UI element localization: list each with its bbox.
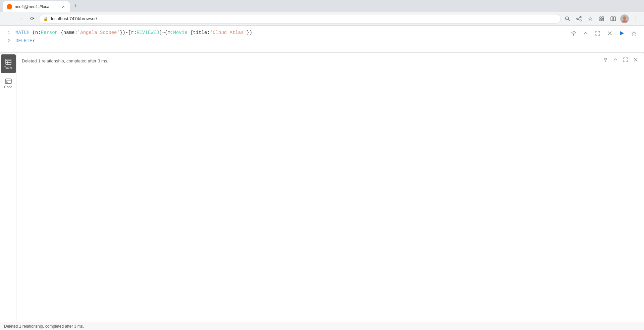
query-line-1: 1 MATCH (n:Person {name:'Angela Scopee'}… — [0, 29, 644, 37]
back-button[interactable]: ← — [3, 13, 13, 24]
search-icon-button[interactable] — [562, 13, 573, 24]
code-open-paren: (n: — [30, 29, 41, 36]
close-result-button[interactable] — [632, 56, 640, 64]
code-rel-type: REVIEWED — [137, 29, 159, 36]
svg-point-2 — [580, 16, 581, 18]
pin-result-button[interactable] — [601, 56, 609, 64]
status-bar: Deleted 1 relationship, completed after … — [0, 322, 644, 330]
code-props-close1: })-[r: — [120, 29, 137, 36]
code-icon — [5, 78, 12, 85]
svg-point-13 — [623, 16, 626, 20]
svg-line-5 — [578, 17, 580, 18]
svg-rect-9 — [600, 19, 601, 21]
code-label-person: Person — [41, 29, 58, 36]
editor-toolbar — [569, 29, 639, 38]
code-label-movie: Movie — [173, 29, 187, 36]
collapse-button[interactable] — [581, 29, 590, 38]
svg-rect-20 — [6, 59, 11, 64]
extensions-button[interactable] — [596, 13, 607, 24]
svg-line-6 — [578, 19, 580, 20]
address-text: localhost:7474/browser/ — [51, 16, 556, 21]
address-lock-icon: 🔒 — [43, 16, 48, 21]
result-message: Deleted 1 relationship, completed after … — [22, 57, 638, 65]
svg-rect-10 — [602, 19, 604, 21]
query-line-2: 2 DELETE r — [0, 37, 644, 45]
profile-avatar — [620, 14, 629, 23]
query-editor: 1 MATCH (n:Person {name:'Angela Scopee'}… — [0, 26, 644, 53]
table-view-button[interactable]: Table — [1, 54, 16, 73]
keyword-delete: DELETE — [15, 38, 32, 44]
code-view-button[interactable]: Code — [1, 74, 16, 93]
table-icon — [5, 58, 12, 65]
tab-favicon — [7, 4, 12, 9]
svg-marker-19 — [632, 31, 636, 36]
code-string-title: 'Cloud Atlas' — [210, 29, 247, 36]
table-label: Table — [4, 66, 12, 69]
forward-button[interactable]: → — [15, 13, 25, 24]
svg-marker-18 — [620, 31, 624, 35]
nav-right-icons: ☆ — [562, 13, 641, 24]
svg-point-14 — [622, 20, 627, 22]
share-button[interactable] — [574, 13, 584, 24]
menu-button[interactable]: ⋮ — [631, 13, 641, 24]
active-tab[interactable]: neo4j@neo4j;//loca ✕ — [3, 1, 70, 12]
query-result-container: Table Code Deleted 1 relationship, compl… — [0, 53, 644, 330]
profile-button[interactable] — [619, 13, 630, 24]
expand-button[interactable] — [593, 29, 602, 38]
reload-button[interactable]: ⟳ — [27, 13, 38, 24]
code-props-open1: {name: — [58, 29, 77, 36]
code-props-open2: {title: — [187, 29, 210, 36]
code-props-close2: }) — [247, 29, 252, 36]
svg-rect-8 — [602, 17, 604, 18]
split-view-button[interactable] — [608, 13, 619, 24]
svg-rect-24 — [5, 79, 11, 84]
svg-point-3 — [577, 18, 578, 19]
left-sidebar: Table Code — [0, 53, 16, 330]
status-message: Deleted 1 relationship, completed after … — [4, 324, 84, 329]
code-label: Code — [4, 85, 12, 89]
collapse-result-button[interactable] — [611, 56, 620, 64]
svg-rect-11 — [611, 17, 613, 21]
pin-button[interactable] — [569, 29, 578, 38]
svg-point-4 — [580, 20, 581, 21]
tab-bar: neo4j@neo4j;//loca ✕ + — [0, 0, 644, 12]
code-arrow: ]→(m: — [159, 29, 173, 36]
svg-line-1 — [568, 19, 570, 21]
main-area: 1 MATCH (n:Person {name:'Angela Scopee'}… — [0, 26, 644, 330]
favorite-button[interactable] — [629, 29, 639, 38]
svg-rect-12 — [613, 17, 615, 21]
line-number-1: 1 — [0, 30, 10, 36]
bookmark-button[interactable]: ☆ — [585, 13, 596, 24]
address-bar[interactable]: 🔒 localhost:7474/browser/ — [39, 14, 561, 23]
panel-corner-icons — [601, 56, 640, 64]
new-tab-button[interactable]: + — [71, 1, 80, 11]
run-query-button[interactable] — [617, 29, 627, 38]
expand-result-button[interactable] — [622, 56, 630, 64]
nav-bar: ← → ⟳ 🔒 localhost:7474/browser/ — [0, 12, 644, 26]
line-number-2: 2 — [0, 38, 10, 45]
code-var-r: r — [32, 38, 35, 44]
tab-title: neo4j@neo4j;//loca — [15, 4, 58, 9]
code-string-name: 'Angela Scopee' — [77, 29, 120, 36]
svg-rect-7 — [600, 17, 601, 18]
tab-close-button[interactable]: ✕ — [60, 4, 66, 9]
close-editor-button[interactable] — [605, 29, 614, 38]
results-area: Deleted 1 relationship, completed after … — [16, 53, 644, 330]
keyword-match: MATCH — [15, 29, 30, 36]
